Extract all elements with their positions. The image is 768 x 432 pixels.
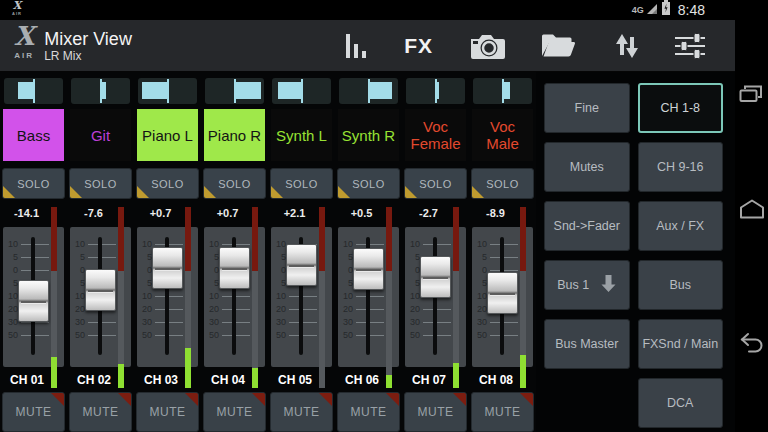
android-status-bar: X AIR 4G 8:48 bbox=[0, 0, 735, 20]
mute-corner-triangle bbox=[453, 393, 466, 406]
clock: 8:48 bbox=[678, 2, 705, 18]
logo-x: X bbox=[14, 26, 34, 46]
mute-button[interactable]: MUTE bbox=[270, 392, 333, 432]
meters-icon[interactable] bbox=[346, 32, 368, 60]
pan-center-line bbox=[502, 79, 504, 103]
channel-strip: Piano L SOLO +0.7 1050510203050 CH 03 MU… bbox=[134, 72, 201, 432]
fader-cap[interactable] bbox=[420, 256, 451, 298]
panel-button[interactable]: DCA bbox=[638, 378, 724, 428]
header-toolbar: FX bbox=[346, 31, 705, 61]
meter-level bbox=[51, 357, 57, 388]
fader-cap[interactable] bbox=[487, 272, 518, 314]
back-icon[interactable] bbox=[739, 332, 764, 358]
settings-sliders-icon[interactable] bbox=[675, 31, 705, 60]
solo-button[interactable]: SOLO bbox=[203, 168, 266, 199]
fader-cap[interactable] bbox=[353, 248, 384, 290]
level-meter bbox=[520, 207, 526, 388]
mute-button[interactable]: MUTE bbox=[136, 392, 199, 432]
solo-button[interactable]: SOLO bbox=[136, 168, 199, 199]
level-meter bbox=[453, 207, 459, 388]
panel-button[interactable]: Snd->Fader bbox=[544, 201, 630, 251]
mute-corner-triangle bbox=[51, 393, 64, 406]
meter-level bbox=[252, 368, 258, 388]
pan-slider[interactable] bbox=[339, 78, 398, 104]
fader-cap[interactable] bbox=[286, 244, 317, 286]
channel-name[interactable]: Synth R bbox=[338, 109, 399, 161]
solo-button[interactable]: SOLO bbox=[270, 168, 333, 199]
sort-arrows-icon[interactable] bbox=[613, 31, 639, 61]
mute-button[interactable]: MUTE bbox=[2, 392, 65, 432]
fader-cap[interactable] bbox=[152, 247, 183, 289]
panel-button[interactable]: Bus 1 bbox=[544, 260, 630, 310]
panel-button[interactable]: Fine bbox=[544, 83, 630, 133]
pan-slider[interactable] bbox=[138, 78, 197, 104]
panel-button[interactable]: Aux / FX bbox=[638, 201, 724, 251]
camera-snapshot-icon[interactable] bbox=[469, 33, 505, 59]
mute-button[interactable]: MUTE bbox=[69, 392, 132, 432]
folder-icon[interactable] bbox=[541, 33, 577, 58]
mute-corner-triangle bbox=[185, 393, 198, 406]
channel-name[interactable]: Voc Female bbox=[405, 109, 466, 161]
pan-bar bbox=[503, 82, 511, 99]
solo-button[interactable]: SOLO bbox=[2, 168, 65, 199]
solo-button[interactable]: SOLO bbox=[471, 168, 534, 199]
pan-slider[interactable] bbox=[4, 78, 63, 104]
channel-name[interactable]: Bass bbox=[3, 109, 64, 161]
solo-label: SOLO bbox=[285, 178, 318, 190]
solo-label: SOLO bbox=[151, 178, 184, 190]
solo-label: SOLO bbox=[352, 178, 385, 190]
solo-label: SOLO bbox=[84, 178, 117, 190]
battery-charging-icon bbox=[661, 0, 671, 20]
pan-slider[interactable] bbox=[205, 78, 264, 104]
panel-button[interactable]: Mutes bbox=[544, 142, 630, 192]
channel-name[interactable]: Git bbox=[70, 109, 131, 161]
fader-cap[interactable] bbox=[219, 247, 250, 289]
panel-button-label: CH 9-16 bbox=[657, 160, 704, 174]
panel-button[interactable]: Bus Master bbox=[544, 319, 630, 369]
channel-strip: Synth L SOLO +2.1 1050510203050 CH 05 MU… bbox=[268, 72, 335, 432]
panel-button-label: CH 1-8 bbox=[660, 101, 700, 115]
panel-button[interactable]: Bus bbox=[638, 260, 724, 310]
channel-strip: Voc Male SOLO -8.9 1050510203050 CH 08 M… bbox=[469, 72, 536, 432]
mute-button[interactable]: MUTE bbox=[471, 392, 534, 432]
current-bus-label: LR Mix bbox=[44, 49, 132, 63]
solo-button[interactable]: SOLO bbox=[69, 168, 132, 199]
mute-button[interactable]: MUTE bbox=[404, 392, 467, 432]
pan-bar bbox=[369, 82, 392, 99]
panel-button[interactable]: CH 1-8 bbox=[638, 83, 724, 133]
home-icon[interactable] bbox=[739, 198, 765, 223]
channel-name[interactable]: Synth L bbox=[271, 109, 332, 161]
level-meter bbox=[118, 207, 124, 388]
panel-button-label: Bus bbox=[669, 278, 691, 292]
solo-button[interactable]: SOLO bbox=[337, 168, 400, 199]
pan-slider[interactable] bbox=[272, 78, 331, 104]
mute-button[interactable]: MUTE bbox=[337, 392, 400, 432]
fader-cap[interactable] bbox=[18, 280, 49, 322]
mute-label: MUTE bbox=[83, 405, 119, 419]
meter-clip-zone bbox=[319, 207, 325, 271]
pan-slider[interactable] bbox=[473, 78, 532, 104]
panel-button[interactable]: CH 9-16 bbox=[638, 142, 724, 192]
fx-button[interactable]: FX bbox=[404, 34, 433, 58]
mute-corner-triangle bbox=[319, 393, 332, 406]
right-panel: Fine CH 1-8 Mutes CH 9-16 Snd->Fader Aux… bbox=[536, 72, 735, 432]
solo-corner-triangle bbox=[204, 186, 216, 198]
pan-slider[interactable] bbox=[406, 78, 465, 104]
solo-button[interactable]: SOLO bbox=[404, 168, 467, 199]
pan-slider[interactable] bbox=[71, 78, 130, 104]
fader-cap[interactable] bbox=[85, 269, 116, 311]
panel-button-label: Aux / FX bbox=[656, 219, 704, 233]
panel-button[interactable]: FXSnd / Main bbox=[638, 319, 724, 369]
solo-corner-triangle bbox=[472, 186, 484, 198]
channel-name[interactable]: Voc Male bbox=[472, 109, 533, 161]
mute-button[interactable]: MUTE bbox=[203, 392, 266, 432]
channel-name[interactable]: Piano L bbox=[137, 109, 198, 161]
pan-bar bbox=[18, 82, 34, 99]
channel-name[interactable]: Piano R bbox=[204, 109, 265, 161]
pan-center-line bbox=[100, 79, 102, 103]
android-nav-bar bbox=[735, 0, 768, 432]
panel-button-label: Bus Master bbox=[555, 337, 618, 351]
mute-label: MUTE bbox=[351, 405, 387, 419]
recents-icon[interactable] bbox=[739, 84, 763, 108]
screen: X AIR 4G 8:48 X AIR Mixer View bbox=[0, 0, 768, 432]
